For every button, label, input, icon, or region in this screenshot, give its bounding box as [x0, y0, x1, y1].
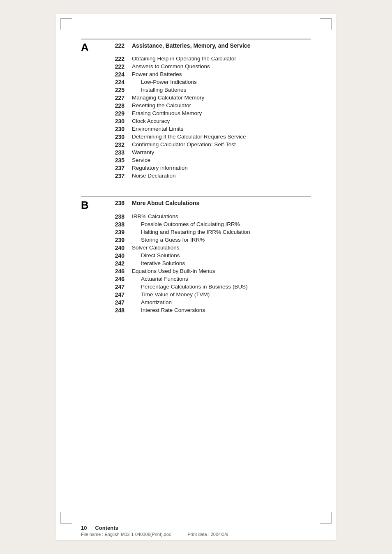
toc-page-number: 225	[101, 87, 125, 93]
toc-page-number: 247	[101, 291, 125, 298]
corner-mark-bottom-right	[320, 512, 332, 524]
toc-entry: 233Warranty	[101, 149, 311, 157]
toc-entry-label: Regulatory information	[132, 165, 188, 171]
toc-page-number: 237	[101, 165, 125, 171]
toc-entry-label: Erasing Continuous Memory	[132, 110, 202, 116]
toc-entry: 247Percentage Calculations in Business (…	[101, 283, 311, 291]
toc-entry-label: Answers to Common Questions	[132, 63, 210, 69]
toc-entry: 232Confirming Calculator Operation: Self…	[101, 141, 311, 149]
toc-entry-label: Resetting the Calculator	[132, 102, 191, 108]
toc-entry: 222Obtaining Help in Operating the Calcu…	[101, 55, 311, 63]
toc-entry-label: More About Calculations	[132, 200, 199, 206]
toc-entry-label: Direct Solutions	[132, 252, 180, 259]
toc-entry-label: Interest Rate Conversions	[132, 307, 205, 313]
entries-block-A: 222Obtaining Help in Operating the Calcu…	[101, 55, 311, 180]
toc-entry-label: Iterative Solutions	[132, 260, 185, 266]
toc-entry-label: Power and Batteries	[132, 71, 182, 77]
section-letter-A: A	[81, 42, 101, 53]
corner-mark-top-left	[60, 18, 72, 30]
toc-page-number: 239	[101, 237, 125, 243]
toc-entry-label: Noise Declaration	[132, 173, 176, 179]
toc-entry-label: Percentage Calculations in Business (BUS…	[132, 284, 248, 290]
toc-entry: 248Interest Rate Conversions	[101, 306, 311, 314]
section-header-B: B238More About Calculations	[81, 196, 311, 211]
toc-entry: 228Resetting the Calculator	[101, 102, 311, 110]
toc-page-number: 238	[101, 213, 125, 220]
toc-entry: 222Assistance, Batteries, Memory, and Se…	[101, 42, 311, 49]
toc-entry-label: Obtaining Help in Operating the Calculat…	[132, 55, 236, 62]
toc-entry: 224Power and Batteries	[101, 71, 311, 78]
toc-page-number: 247	[101, 284, 125, 290]
toc-page-number: 230	[101, 126, 125, 132]
section-A: A222Assistance, Batteries, Memory, and S…	[81, 39, 311, 180]
footer-meta: File name : English-M02-1-040308(Print).…	[81, 532, 311, 537]
section-header-A: A222Assistance, Batteries, Memory, and S…	[81, 39, 311, 53]
toc-page-number: 237	[101, 173, 125, 179]
toc-entry-label: Low-Power Indications	[132, 79, 197, 85]
toc-entry-label: Installing Batteries	[132, 87, 186, 93]
toc-entry: 246Actuarial Functions	[101, 275, 311, 283]
toc-entry: 247Time Value of Money (TVM)	[101, 291, 311, 298]
toc-entry: 237Regulatory information	[101, 164, 311, 172]
toc-entry: 230Determining If the Calculator Require…	[101, 133, 311, 141]
toc-entry-label: Actuarial Functions	[132, 276, 188, 282]
corner-mark-top-right	[320, 18, 332, 30]
toc-entry-label: Service	[132, 157, 150, 163]
entries-block-B: 238IRR% Calculations238Possible Outcomes…	[101, 212, 311, 314]
footer-filename: File name : English-M02-1-040308(Print).…	[81, 532, 171, 537]
toc-page-number: 239	[101, 229, 125, 235]
corner-mark-bottom-left	[60, 512, 72, 524]
toc-page-number: 235	[101, 157, 125, 164]
toc-entry: 239Storing a Guess for IRR%	[101, 236, 311, 244]
toc-page-number: 222	[101, 63, 125, 70]
toc-page-number: 242	[101, 260, 125, 267]
toc-page-number: 248	[101, 307, 125, 314]
toc-entry: 247Amortization	[101, 298, 311, 306]
section-letter-B: B	[81, 199, 101, 211]
toc-entry-label: Determining If the Calculator Requires S…	[132, 134, 246, 140]
toc-entry: 242Iterative Solutions	[101, 259, 311, 267]
toc-entry-label: Clock Accuracy	[132, 118, 170, 124]
toc-entry-label: Managing Calculator Memory	[132, 95, 204, 101]
toc-page-number: 230	[101, 134, 125, 140]
toc-page-number: 230	[101, 118, 125, 125]
footer-page-number: 10	[81, 525, 87, 531]
toc-entry-label: Environmental Limits	[132, 126, 183, 132]
toc-entry-label: Storing a Guess for IRR%	[132, 237, 205, 243]
toc-page-number: 232	[101, 141, 125, 148]
toc-entry: 240Direct Solutions	[101, 252, 311, 259]
toc-entry-label: Solver Calculations	[132, 245, 180, 251]
toc-page-number: 238	[101, 200, 125, 206]
toc-entry-label: Confirming Calculator Operation: Self-Te…	[132, 141, 236, 148]
footer-printdate: Print data : 2004/3/9	[188, 532, 228, 537]
toc-entry: 235Service	[101, 157, 311, 164]
toc-entry-label: Amortization	[132, 299, 172, 305]
toc-page-number: 224	[101, 71, 125, 78]
toc-entry: 238More About Calculations	[101, 199, 311, 207]
toc-page-number: 246	[101, 268, 125, 275]
toc-entry: 230Clock Accuracy	[101, 118, 311, 125]
toc-entry-label: Halting and Restarting the IRR% Calculat…	[132, 229, 250, 235]
toc-page-number: 222	[101, 55, 125, 62]
toc-page-number: 228	[101, 102, 125, 109]
toc-page-number: 233	[101, 149, 125, 156]
toc-entry: 229Erasing Continuous Memory	[101, 110, 311, 118]
toc-page-number: 222	[101, 42, 125, 49]
toc-entry: 237Noise Declaration	[101, 172, 311, 180]
toc-entry: 239Halting and Restarting the IRR% Calcu…	[101, 228, 311, 236]
toc-entry-label: IRR% Calculations	[132, 213, 178, 219]
toc-entry: 225Installing Batteries	[101, 86, 311, 94]
toc-entry: 238IRR% Calculations	[101, 212, 311, 220]
toc-entry: 230Environmental Limits	[101, 125, 311, 133]
toc-entry: 224Low-Power Indications	[101, 78, 311, 86]
toc-entry-label: Time Value of Money (TVM)	[132, 291, 210, 298]
toc-page-number: 229	[101, 110, 125, 117]
toc-entry-label: Warranty	[132, 149, 154, 155]
toc-page-number: 247	[101, 299, 125, 306]
footer: 10 Contents	[81, 525, 311, 531]
toc-entry-label: Assistance, Batteries, Memory, and Servi…	[132, 42, 250, 49]
toc-entry-label: Possible Outcomes of Calculating IRR%	[132, 221, 240, 227]
toc-page-number: 238	[101, 221, 125, 228]
footer-section-label: Contents	[95, 525, 118, 531]
toc-entry: 227Managing Calculator Memory	[101, 94, 311, 102]
